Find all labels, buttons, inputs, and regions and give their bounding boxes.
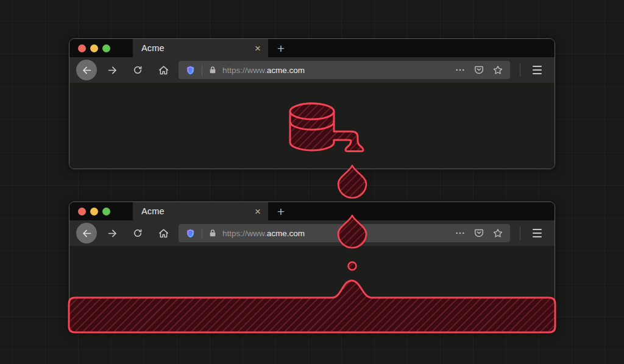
back-arrow-icon [81, 65, 93, 76]
forward-arrow-icon [107, 228, 118, 239]
nav-button-group [76, 223, 174, 243]
refresh-button[interactable] [127, 223, 148, 243]
new-tab-button[interactable]: + [268, 202, 294, 220]
new-tab-button[interactable]: + [268, 39, 294, 57]
nav-button-group [76, 60, 174, 80]
toolbar-divider [520, 226, 520, 240]
menu-button[interactable] [526, 223, 548, 243]
pocket-icon [473, 228, 484, 239]
tab-title: Acme [141, 206, 254, 216]
star-icon [492, 228, 503, 239]
three-dots-icon [455, 228, 466, 239]
falling-drop-1 [338, 166, 366, 198]
refresh-icon [132, 228, 143, 239]
home-icon [158, 65, 169, 76]
zoom-window-button[interactable] [102, 44, 110, 52]
home-icon [158, 228, 169, 239]
tab-close-icon[interactable]: × [254, 43, 262, 54]
back-button[interactable] [76, 223, 97, 243]
tab-acme[interactable]: Acme × [133, 202, 268, 220]
url-domain: acme.com [267, 66, 305, 75]
urlbar-divider [202, 228, 202, 239]
lock-icon[interactable] [208, 66, 217, 74]
bookmark-button[interactable] [492, 65, 503, 75]
three-dots-icon [455, 65, 466, 75]
browser-window-bottom: Acme × + [69, 201, 555, 332]
home-button[interactable] [153, 60, 174, 80]
lock-icon[interactable] [208, 229, 217, 237]
minimize-window-button[interactable] [90, 208, 98, 215]
url-text: https://www.acme.com [222, 66, 305, 75]
tab-bar: Acme × + [69, 39, 555, 57]
desktop-background: Acme × + [0, 0, 624, 364]
forward-arrow-icon [107, 65, 118, 76]
refresh-button[interactable] [127, 60, 148, 80]
url-domain: acme.com [267, 229, 305, 238]
page-actions-button[interactable] [455, 228, 466, 239]
tab-close-icon[interactable]: × [254, 206, 262, 217]
hamburger-icon [533, 229, 542, 230]
zoom-window-button[interactable] [102, 208, 110, 215]
navigation-toolbar: https://www.acme.com [69, 220, 555, 246]
urlbar-divider [202, 65, 202, 75]
forward-button[interactable] [102, 60, 122, 80]
traffic-lights [69, 202, 133, 220]
tracking-protection-shield-icon[interactable] [185, 228, 196, 239]
url-bar[interactable]: https://www.acme.com [179, 224, 510, 242]
page-content-bottom [69, 246, 555, 332]
pocket-icon [473, 65, 484, 75]
forward-button[interactable] [102, 223, 122, 243]
star-icon [492, 65, 503, 75]
refresh-icon [132, 65, 143, 75]
tab-bar: Acme × + [69, 202, 555, 220]
back-arrow-icon [81, 228, 93, 239]
url-protocol: https://www. [222, 66, 267, 75]
url-protocol: https://www. [222, 229, 267, 238]
pocket-button[interactable] [473, 65, 484, 75]
page-content-top [69, 83, 555, 169]
menu-button[interactable] [526, 60, 548, 80]
close-window-button[interactable] [78, 208, 86, 215]
url-text: https://www.acme.com [222, 229, 305, 238]
home-button[interactable] [153, 223, 174, 243]
navigation-toolbar: https://www.acme.com [69, 57, 555, 83]
bookmark-button[interactable] [492, 228, 503, 239]
page-actions-button[interactable] [455, 65, 466, 75]
toolbar-divider [520, 63, 520, 77]
url-bar[interactable]: https://www.acme.com [179, 61, 510, 79]
minimize-window-button[interactable] [90, 44, 98, 52]
traffic-lights [69, 39, 133, 57]
pocket-button[interactable] [473, 228, 484, 239]
close-window-button[interactable] [78, 44, 86, 52]
browser-window-top: Acme × + [69, 38, 555, 169]
back-button[interactable] [76, 60, 97, 80]
tracking-protection-shield-icon[interactable] [185, 65, 196, 75]
hamburger-icon [533, 66, 542, 67]
tab-acme[interactable]: Acme × [133, 39, 268, 57]
tab-title: Acme [141, 43, 254, 53]
